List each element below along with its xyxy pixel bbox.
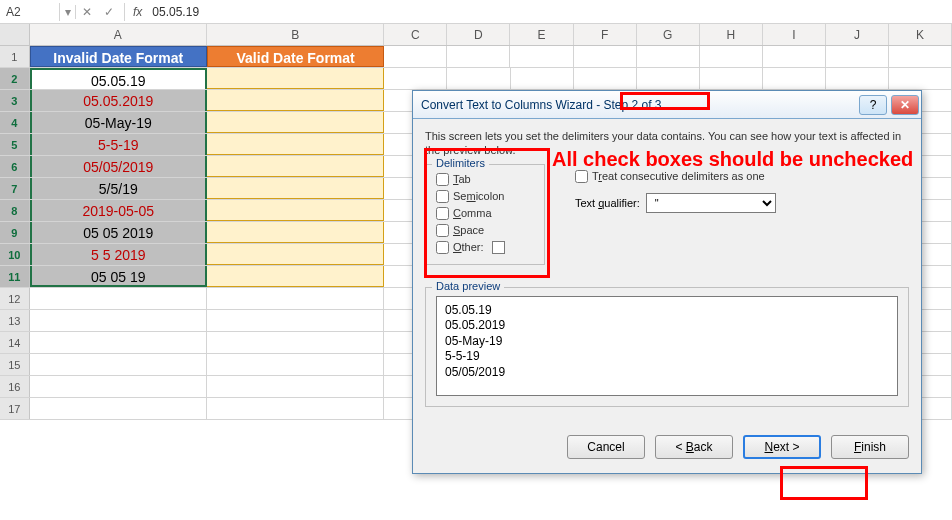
col-header-b[interactable]: B (207, 24, 384, 45)
row-header[interactable]: 16 (0, 376, 30, 397)
cell[interactable] (30, 288, 207, 309)
cell[interactable] (30, 376, 207, 397)
row-header[interactable]: 17 (0, 398, 30, 419)
cell[interactable] (207, 200, 384, 221)
col-header-g[interactable]: G (637, 24, 700, 45)
cell[interactable] (637, 68, 700, 89)
cell[interactable] (447, 46, 510, 67)
cell[interactable] (826, 68, 889, 89)
col-header-f[interactable]: F (574, 24, 637, 45)
cell[interactable] (826, 46, 889, 67)
cell[interactable] (889, 68, 952, 89)
dialog-titlebar[interactable]: Convert Text to Columns Wizard - Step 2 … (413, 91, 921, 119)
cancel-button[interactable]: Cancel (567, 435, 645, 459)
cell[interactable]: 05.05.19 (30, 68, 207, 89)
cell[interactable] (574, 46, 637, 67)
help-button[interactable]: ? (859, 95, 887, 115)
finish-button[interactable]: Finish (831, 435, 909, 459)
back-button[interactable]: < Back (655, 435, 733, 459)
delim-other-checkbox[interactable]: Other: (436, 241, 534, 254)
cell[interactable]: Valid Date Format (207, 46, 384, 67)
col-header-c[interactable]: C (384, 24, 447, 45)
cell[interactable] (207, 244, 384, 265)
cell[interactable] (574, 68, 637, 89)
row-header[interactable]: 5 (0, 134, 30, 155)
cell[interactable] (207, 332, 384, 353)
cell[interactable] (207, 178, 384, 199)
row-header[interactable]: 10 (0, 244, 30, 265)
cell[interactable]: 05.05.2019 (30, 90, 207, 111)
row-header[interactable]: 15 (0, 354, 30, 375)
cell[interactable] (207, 288, 384, 309)
row-header[interactable]: 11 (0, 266, 30, 287)
col-header-d[interactable]: D (447, 24, 510, 45)
col-header-h[interactable]: H (700, 24, 763, 45)
row-header[interactable]: 9 (0, 222, 30, 243)
formula-input[interactable]: 05.05.19 (146, 3, 952, 21)
cancel-formula-icon[interactable]: ✕ (76, 5, 98, 19)
close-button[interactable]: ✕ (891, 95, 919, 115)
delim-space-checkbox[interactable]: Space (436, 224, 534, 237)
row-header[interactable]: 7 (0, 178, 30, 199)
cell[interactable] (700, 46, 763, 67)
cell[interactable] (207, 222, 384, 243)
delim-semicolon-checkbox[interactable]: Semicolon (436, 190, 534, 203)
cell[interactable] (637, 46, 700, 67)
cell[interactable] (207, 398, 384, 419)
cell[interactable] (207, 90, 384, 111)
cell[interactable]: 2019-05-05 (30, 200, 207, 221)
row-header[interactable]: 4 (0, 112, 30, 133)
delim-other-input[interactable] (492, 241, 505, 254)
cell[interactable] (510, 46, 573, 67)
col-header-a[interactable]: A (30, 24, 207, 45)
cell[interactable]: 5/5/19 (30, 178, 207, 199)
cell[interactable] (700, 68, 763, 89)
col-header-k[interactable]: K (889, 24, 952, 45)
cell[interactable] (207, 112, 384, 133)
row-header[interactable]: 14 (0, 332, 30, 353)
cell[interactable] (207, 376, 384, 397)
cell[interactable] (207, 310, 384, 331)
row-header[interactable]: 3 (0, 90, 30, 111)
name-box-dropdown[interactable]: ▾ (60, 5, 76, 19)
select-all-corner[interactable] (0, 24, 30, 45)
cell[interactable]: 05-May-19 (30, 112, 207, 133)
delim-comma-checkbox[interactable]: Comma (436, 207, 534, 220)
row-header[interactable]: 6 (0, 156, 30, 177)
col-header-i[interactable]: I (763, 24, 826, 45)
accept-formula-icon[interactable]: ✓ (98, 5, 120, 19)
cell[interactable] (889, 46, 952, 67)
cell[interactable] (384, 46, 447, 67)
row-header[interactable]: 12 (0, 288, 30, 309)
cell[interactable] (763, 46, 826, 67)
cell[interactable] (207, 134, 384, 155)
cell[interactable] (207, 68, 384, 89)
treat-consecutive-checkbox[interactable]: Treat consecutive delimiters as one (575, 170, 909, 183)
cell[interactable] (763, 68, 826, 89)
cell[interactable]: 05 05 19 (30, 266, 207, 287)
cell[interactable]: 05/05/2019 (30, 156, 207, 177)
row-header[interactable]: 1 (0, 46, 30, 67)
cell[interactable] (30, 354, 207, 375)
cell[interactable] (447, 68, 510, 89)
text-qualifier-select[interactable]: " (646, 193, 776, 213)
cell[interactable]: 5-5-19 (30, 134, 207, 155)
cell[interactable] (207, 156, 384, 177)
cell[interactable] (207, 266, 384, 287)
cell[interactable] (30, 398, 207, 419)
cell[interactable] (384, 68, 447, 89)
cell[interactable]: 05 05 2019 (30, 222, 207, 243)
cell[interactable] (30, 332, 207, 353)
cell[interactable] (30, 310, 207, 331)
col-header-e[interactable]: E (510, 24, 573, 45)
fx-icon[interactable]: fx (129, 5, 146, 19)
cell[interactable]: 5 5 2019 (30, 244, 207, 265)
cell[interactable] (511, 68, 574, 89)
col-header-j[interactable]: J (826, 24, 889, 45)
cell[interactable]: Invalid Date Format (30, 46, 207, 67)
delim-tab-checkbox[interactable]: Tab (436, 173, 534, 186)
next-button[interactable]: Next > (743, 435, 821, 459)
row-header[interactable]: 8 (0, 200, 30, 221)
cell[interactable] (207, 354, 384, 375)
name-box[interactable]: A2 (0, 3, 60, 21)
